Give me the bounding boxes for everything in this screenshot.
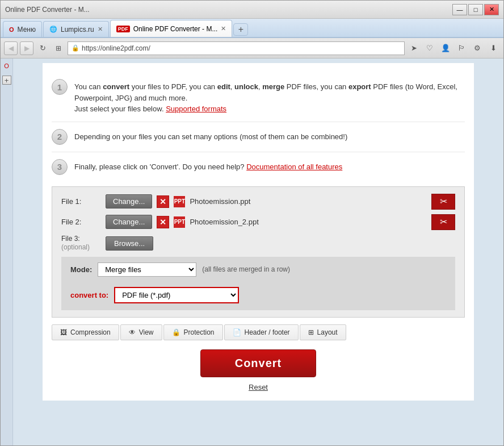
protection-icon: 🔒 <box>172 328 180 336</box>
step-1: 1 You can convert your files to PDF, you… <box>52 72 465 122</box>
view-icon: 👁 <box>129 328 136 336</box>
maximize-button[interactable]: □ <box>468 4 483 15</box>
title-bar: Online PDF Converter - M... — □ ✕ <box>1 1 503 19</box>
tab-header-footer[interactable]: 📄 Header / footer <box>224 324 299 340</box>
grid-view-button[interactable]: ⊞ <box>52 41 65 55</box>
option-tabs: 🖼 Compression 👁 View 🔒 Protection 📄 Head… <box>52 324 465 340</box>
compression-icon: 🖼 <box>60 328 67 336</box>
url-input[interactable]: 🔒 https://online2pdf.com/ <box>68 41 405 55</box>
header-footer-label: Header / footer <box>245 328 290 336</box>
documentation-link[interactable]: Documentation of all features <box>246 162 342 171</box>
send-icon[interactable]: ➤ <box>407 41 421 55</box>
pdf-favicon: PDF <box>116 26 130 32</box>
step-2-number: 2 <box>52 129 68 145</box>
user-icon[interactable]: 👤 <box>439 41 452 55</box>
content-inner: 1 You can convert your files to PDF, you… <box>43 63 474 401</box>
close-button[interactable]: ✕ <box>484 4 499 15</box>
tab-protection[interactable]: 🔒 Protection <box>163 324 223 340</box>
title-bar-controls: — □ ✕ <box>452 4 499 15</box>
file-2-scissors-button[interactable]: ✂ <box>431 214 455 230</box>
refresh-button[interactable]: ↻ <box>36 41 49 55</box>
tab-pdf-converter[interactable]: PDF Online PDF Converter - M... ✕ <box>110 20 233 37</box>
sidebar-opera-icon[interactable]: O <box>2 61 12 71</box>
layout-icon: ⊞ <box>308 328 314 336</box>
delete-x-icon: ✕ <box>159 197 166 206</box>
address-actions: ➤ ♡ 👤 🏳 ⚙ ⬇ <box>407 41 500 55</box>
back-button[interactable]: ◀ <box>4 41 18 55</box>
pdf-close-icon[interactable]: ✕ <box>221 25 226 32</box>
step-3-text: Finally, please click on 'Convert'. Do y… <box>74 159 342 173</box>
tab-bar: O Меню 🌐 Lumpics.ru ✕ PDF Online PDF Con… <box>1 19 503 38</box>
title-bar-title: Online PDF Converter - M... <box>5 6 450 14</box>
minimize-button[interactable]: — <box>452 4 467 15</box>
settings-icon[interactable]: ⚙ <box>471 41 484 55</box>
convert-button[interactable]: Convert <box>200 349 317 377</box>
view-label: View <box>139 328 154 336</box>
url-text: https://online2pdf.com/ <box>82 44 401 52</box>
step-2-text: Depending on your files you can set many… <box>74 129 347 143</box>
reset-link[interactable]: Reset <box>249 383 268 391</box>
file-2-row: File 2: Change... ✕ PPT Photoemission_2.… <box>61 214 455 230</box>
file-2-delete-button[interactable]: ✕ <box>157 216 169 228</box>
step-3: 3 Finally, please click on 'Convert'. Do… <box>52 152 465 177</box>
delete-x-icon-2: ✕ <box>159 218 166 227</box>
header-footer-icon: 📄 <box>233 328 241 336</box>
convert-to-select[interactable]: PDF file (*.pdf)Word document (*.docx)Ex… <box>114 287 239 303</box>
tab-lumpics[interactable]: 🌐 Lumpics.ru ✕ <box>43 21 109 37</box>
forward-button[interactable]: ▶ <box>20 41 33 55</box>
tab-layout[interactable]: ⊞ Layout <box>300 324 346 340</box>
lock-icon: 🔒 <box>72 44 79 52</box>
mode-row: Mode: Merge filesConvert files separatel… <box>61 257 455 282</box>
sidebar: O + <box>1 59 13 445</box>
flag-icon[interactable]: 🏳 <box>455 41 468 55</box>
main-area: O + 1 You can convert your files to PDF,… <box>1 59 503 445</box>
lumpics-favicon: 🌐 <box>49 26 57 33</box>
file-1-delete-button[interactable]: ✕ <box>157 195 169 208</box>
file-1-change-button[interactable]: Change... <box>106 194 152 209</box>
heart-icon[interactable]: ♡ <box>423 41 436 55</box>
tab-opera-label: Меню <box>18 26 36 34</box>
layout-label: Layout <box>317 328 338 336</box>
compression-label: Compression <box>70 328 111 336</box>
file-upload-area: File 1: Change... ✕ PPT Photoemission.pp… <box>52 186 465 318</box>
file-1-name: Photoemission.ppt <box>190 197 250 206</box>
file-2-change-button[interactable]: Change... <box>106 215 152 229</box>
download-icon[interactable]: ⬇ <box>486 41 500 55</box>
convert-to-row: convert to: PDF file (*.pdf)Word documen… <box>61 282 455 310</box>
file-1-label: File 1: <box>61 197 101 206</box>
tab-opera-menu[interactable]: O Меню <box>3 21 42 37</box>
step-3-number: 3 <box>52 159 68 175</box>
supported-formats-link[interactable]: Supported formats <box>166 105 226 113</box>
file-2-type-icon: PPT <box>174 216 185 228</box>
file-1-row: File 1: Change... ✕ PPT Photoemission.pp… <box>61 194 455 210</box>
convert-section: Convert Reset <box>52 349 465 391</box>
file-1-type-icon: PPT <box>174 196 185 207</box>
file-3-row: File 3:(optional) Browse... <box>61 235 455 252</box>
address-bar: ◀ ▶ ↻ ⊞ 🔒 https://online2pdf.com/ ➤ ♡ 👤 … <box>1 38 503 59</box>
sidebar-add-button[interactable]: + <box>2 76 11 85</box>
file-2-name: Photoemission_2.ppt <box>190 218 258 226</box>
lumpics-close-icon[interactable]: ✕ <box>98 26 103 33</box>
new-tab-button[interactable]: + <box>233 23 248 36</box>
file-3-label: File 3:(optional) <box>61 235 101 252</box>
tab-view[interactable]: 👁 View <box>120 324 162 340</box>
step-2: 2 Depending on your files you can set ma… <box>52 122 465 152</box>
mode-hint: (all files are merged in a row) <box>202 265 290 273</box>
convert-to-label: convert to: <box>70 291 108 299</box>
protection-label: Protection <box>184 328 215 336</box>
tab-pdf-label: Online PDF Converter - M... <box>133 25 218 33</box>
step-1-text: You can convert your files to PDF, you c… <box>74 79 465 115</box>
page-content[interactable]: 1 You can convert your files to PDF, you… <box>13 59 503 445</box>
tab-compression[interactable]: 🖼 Compression <box>52 324 119 340</box>
mode-select[interactable]: Merge filesConvert files separately <box>98 262 196 277</box>
opera-icon: O <box>9 26 14 33</box>
tab-lumpics-label: Lumpics.ru <box>61 26 94 34</box>
mode-label: Mode: <box>70 265 92 274</box>
file-1-scissors-button[interactable]: ✂ <box>431 194 455 210</box>
file-3-browse-button[interactable]: Browse... <box>106 236 153 251</box>
file-2-label: File 2: <box>61 218 101 226</box>
step-1-number: 1 <box>52 79 68 95</box>
browser-window: Online PDF Converter - M... — □ ✕ O Меню… <box>0 0 504 446</box>
